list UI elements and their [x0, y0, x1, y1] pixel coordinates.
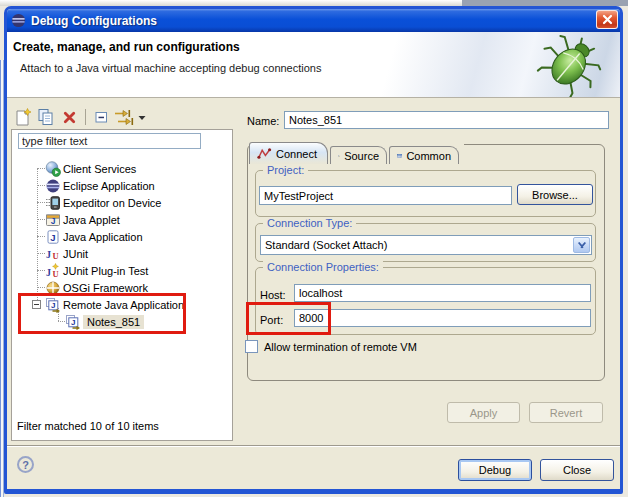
tree-connector	[37, 185, 45, 186]
chevron-down-icon	[138, 115, 146, 121]
eclipse-application-icon	[45, 178, 61, 194]
tree-item-junit[interactable]: J U JUnit	[12, 245, 232, 262]
port-input[interactable]	[294, 309, 591, 327]
junit-plugin-icon: J U	[45, 263, 61, 279]
java-applet-icon: J	[45, 212, 61, 228]
connection-type-select[interactable]: Standard (Socket Attach)	[260, 235, 592, 255]
tree-item-client-services[interactable]: Client Services	[12, 160, 232, 177]
allow-termination-checkbox[interactable]	[245, 340, 258, 353]
java-application-icon: J	[45, 229, 61, 245]
close-button[interactable]: Close	[540, 459, 614, 481]
tab-label: Connect	[276, 148, 317, 160]
tree-connector	[37, 236, 45, 237]
expeditor-device-icon	[45, 195, 61, 211]
debug-button[interactable]: Debug	[458, 459, 532, 481]
svg-text:U: U	[53, 251, 59, 261]
new-config-icon	[14, 108, 32, 126]
tree-item-label: Java Applet	[63, 214, 120, 226]
filter-input[interactable]	[18, 133, 201, 149]
footer-separator	[7, 445, 620, 447]
annotation-highlight-remote-java	[18, 293, 186, 334]
apply-button[interactable]: Apply	[447, 402, 520, 423]
tab-label: Common	[406, 150, 451, 162]
tree-connector	[37, 219, 45, 220]
dialog-header: Create, manage, and run configurations A…	[7, 32, 620, 98]
name-input[interactable]	[284, 111, 609, 129]
chevron-down-icon	[577, 241, 587, 249]
tree-connector	[37, 287, 45, 288]
tree-item-java-applet[interactable]: J Java Applet	[12, 211, 232, 228]
svg-text:J: J	[50, 231, 55, 242]
eclipse-window-icon	[11, 13, 26, 28]
host-input[interactable]	[294, 284, 591, 302]
window-titlebar[interactable]: Debug Configurations	[7, 9, 620, 32]
revert-button[interactable]: Revert	[529, 402, 603, 423]
new-configuration-button[interactable]	[12, 106, 34, 128]
tree-connector	[37, 270, 45, 271]
svg-text:J: J	[46, 248, 51, 259]
connect-tab-icon	[257, 147, 272, 160]
filter-menu-dropdown[interactable]	[138, 111, 146, 123]
connection-type-value: Standard (Socket Attach)	[265, 239, 387, 251]
close-icon	[602, 14, 613, 25]
client-services-icon	[45, 161, 61, 177]
tree-connector	[37, 168, 45, 169]
filter-status-text: Filter matched 10 of 10 items	[17, 420, 159, 432]
tree-item-label: Client Services	[63, 163, 136, 175]
duplicate-icon	[37, 108, 55, 126]
project-input[interactable]	[259, 186, 512, 205]
tree-item-junit-plugin-test[interactable]: J U JUnit Plug-in Test	[12, 262, 232, 279]
tree-connector	[37, 253, 45, 254]
debug-bug-icon	[532, 33, 608, 97]
delete-icon	[62, 110, 77, 125]
tree-connector	[37, 202, 45, 203]
window-title: Debug Configurations	[31, 14, 157, 28]
junit-icon: J U	[45, 246, 61, 262]
help-icon: ?	[22, 459, 29, 471]
name-label: Name:	[247, 115, 279, 127]
tree-item-label: Java Application	[63, 231, 143, 243]
tree-item-label: OSGi Framework	[63, 282, 148, 294]
svg-text:J: J	[51, 216, 56, 226]
configurations-toolbar	[12, 105, 146, 129]
collapse-all-icon	[92, 108, 110, 126]
tree-item-java-application[interactable]: J Java Application	[12, 228, 232, 245]
debug-configurations-window: Debug Configurations Create, manage, and…	[4, 6, 623, 494]
tab-connect[interactable]: Connect	[249, 142, 328, 164]
source-tab-icon	[338, 149, 340, 163]
toolbar-separator	[85, 109, 86, 125]
filter-icon	[114, 109, 134, 126]
browse-button[interactable]: Browse...	[517, 184, 593, 205]
tree-item-label: Eclipse Application	[63, 180, 155, 192]
duplicate-configuration-button[interactable]	[35, 106, 57, 128]
tree-item-expeditor-on-device[interactable]: Expeditor on Device	[12, 194, 232, 211]
common-tab-icon	[397, 150, 402, 162]
tree-item-label: JUnit Plug-in Test	[63, 265, 148, 277]
collapse-all-button[interactable]	[90, 106, 112, 128]
tree-item-eclipse-application[interactable]: Eclipse Application	[12, 177, 232, 194]
configurations-tree-panel: Client Services Eclipse Application Expe…	[11, 129, 233, 441]
tab-source[interactable]: Source	[330, 146, 387, 164]
delete-configuration-button[interactable]	[58, 106, 80, 128]
annotation-highlight-port	[246, 302, 331, 335]
svg-text:J: J	[46, 266, 51, 277]
tab-common[interactable]: Common	[389, 146, 459, 164]
tab-label: Source	[344, 150, 379, 162]
help-button[interactable]: ?	[17, 456, 34, 473]
filter-configurations-button[interactable]	[113, 106, 135, 128]
combo-dropdown-button[interactable]	[573, 237, 590, 253]
host-label: Host:	[260, 289, 286, 301]
connection-type-group-label: Connection Type:	[263, 217, 356, 230]
tree-item-label: Expeditor on Device	[63, 197, 161, 209]
window-close-button[interactable]	[596, 10, 618, 29]
connection-properties-group-label: Connection Properties:	[263, 261, 383, 274]
allow-termination-label: Allow termination of remote VM	[264, 341, 417, 353]
svg-text:U: U	[53, 269, 59, 279]
dialog-header-title: Create, manage, and run configurations	[13, 40, 240, 54]
tree-item-label: JUnit	[63, 248, 88, 260]
project-group-label: Project:	[263, 164, 308, 177]
dialog-header-subtitle: Attach to a Java virtual machine accepti…	[20, 62, 321, 74]
